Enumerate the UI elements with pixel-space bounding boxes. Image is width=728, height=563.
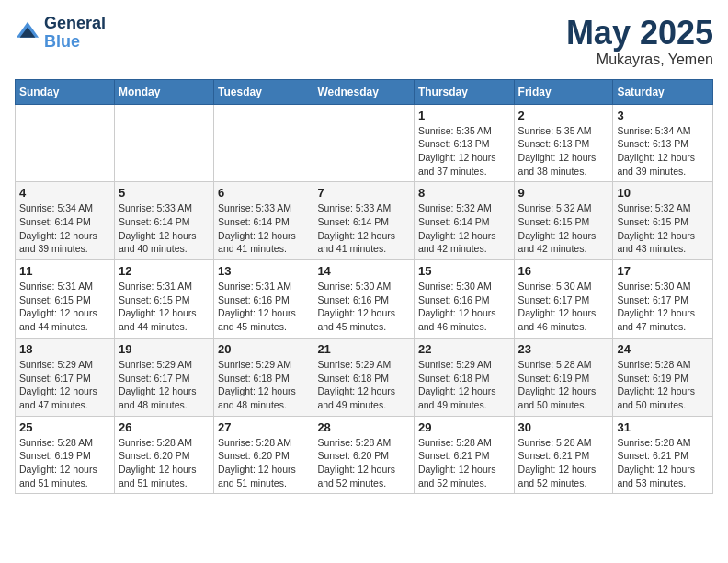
day-number: 4	[19, 186, 110, 200]
calendar-cell: 25Sunrise: 5:28 AM Sunset: 6:19 PM Dayli…	[16, 416, 115, 494]
day-number: 22	[418, 342, 510, 356]
day-info: Sunrise: 5:32 AM Sunset: 6:14 PM Dayligh…	[418, 201, 510, 256]
day-number: 5	[119, 186, 210, 200]
calendar-cell: 19Sunrise: 5:29 AM Sunset: 6:17 PM Dayli…	[114, 338, 213, 416]
calendar-cell: 16Sunrise: 5:30 AM Sunset: 6:17 PM Dayli…	[514, 260, 613, 339]
day-info: Sunrise: 5:28 AM Sunset: 6:20 PM Dayligh…	[218, 436, 309, 490]
day-info: Sunrise: 5:29 AM Sunset: 6:18 PM Dayligh…	[317, 358, 410, 412]
calendar-cell: 28Sunrise: 5:28 AM Sunset: 6:20 PM Dayli…	[313, 416, 415, 494]
day-info: Sunrise: 5:29 AM Sunset: 6:17 PM Dayligh…	[119, 358, 210, 412]
logo-icon	[15, 20, 40, 46]
day-info: Sunrise: 5:30 AM Sunset: 6:17 PM Dayligh…	[617, 280, 709, 334]
weekday-header-sunday: Sunday	[16, 79, 115, 104]
day-info: Sunrise: 5:28 AM Sunset: 6:21 PM Dayligh…	[518, 436, 609, 490]
day-info: Sunrise: 5:29 AM Sunset: 6:17 PM Dayligh…	[19, 358, 110, 412]
calendar-cell: 30Sunrise: 5:28 AM Sunset: 6:21 PM Dayli…	[514, 416, 613, 494]
day-info: Sunrise: 5:31 AM Sunset: 6:15 PM Dayligh…	[19, 280, 110, 334]
weekday-header-thursday: Thursday	[414, 79, 514, 104]
weekday-header-wednesday: Wednesday	[313, 79, 415, 104]
calendar-cell: 24Sunrise: 5:28 AM Sunset: 6:19 PM Dayli…	[613, 338, 713, 416]
day-number: 12	[119, 264, 210, 278]
day-info: Sunrise: 5:34 AM Sunset: 6:13 PM Dayligh…	[617, 124, 709, 178]
calendar-cell: 1Sunrise: 5:35 AM Sunset: 6:13 PM Daylig…	[414, 104, 514, 182]
day-info: Sunrise: 5:31 AM Sunset: 6:15 PM Dayligh…	[119, 280, 210, 334]
day-number: 15	[418, 264, 510, 278]
day-info: Sunrise: 5:31 AM Sunset: 6:16 PM Dayligh…	[218, 280, 309, 334]
calendar-cell: 3Sunrise: 5:34 AM Sunset: 6:13 PM Daylig…	[613, 104, 713, 182]
weekday-header-monday: Monday	[114, 79, 213, 104]
calendar-cell	[214, 104, 313, 182]
title-block: May 2025 Mukayras, Yemen	[566, 15, 713, 68]
day-number: 29	[418, 420, 510, 434]
day-info: Sunrise: 5:29 AM Sunset: 6:18 PM Dayligh…	[218, 358, 309, 412]
calendar-cell: 10Sunrise: 5:32 AM Sunset: 6:15 PM Dayli…	[613, 182, 713, 260]
day-number: 28	[317, 420, 410, 434]
calendar-cell: 13Sunrise: 5:31 AM Sunset: 6:16 PM Dayli…	[214, 260, 313, 339]
logo: General Blue	[15, 15, 106, 52]
calendar-cell: 21Sunrise: 5:29 AM Sunset: 6:18 PM Dayli…	[313, 338, 415, 416]
calendar-cell: 20Sunrise: 5:29 AM Sunset: 6:18 PM Dayli…	[214, 338, 313, 416]
calendar-cell: 6Sunrise: 5:33 AM Sunset: 6:14 PM Daylig…	[214, 182, 313, 260]
calendar-cell: 23Sunrise: 5:28 AM Sunset: 6:19 PM Dayli…	[514, 338, 613, 416]
day-info: Sunrise: 5:28 AM Sunset: 6:21 PM Dayligh…	[617, 436, 709, 490]
day-info: Sunrise: 5:32 AM Sunset: 6:15 PM Dayligh…	[617, 201, 709, 256]
weekday-header-saturday: Saturday	[613, 79, 713, 104]
day-number: 14	[317, 264, 410, 278]
day-info: Sunrise: 5:33 AM Sunset: 6:14 PM Dayligh…	[218, 201, 309, 256]
day-number: 8	[418, 186, 510, 200]
day-number: 27	[218, 420, 309, 434]
day-number: 17	[617, 264, 709, 278]
day-number: 6	[218, 186, 309, 200]
day-number: 7	[317, 186, 410, 200]
day-number: 26	[119, 420, 210, 434]
day-number: 13	[218, 264, 309, 278]
day-info: Sunrise: 5:28 AM Sunset: 6:20 PM Dayligh…	[317, 436, 410, 490]
day-info: Sunrise: 5:29 AM Sunset: 6:18 PM Dayligh…	[418, 358, 510, 412]
calendar-cell: 18Sunrise: 5:29 AM Sunset: 6:17 PM Dayli…	[16, 338, 115, 416]
calendar-cell: 4Sunrise: 5:34 AM Sunset: 6:14 PM Daylig…	[16, 182, 115, 260]
calendar-cell	[313, 104, 415, 182]
day-number: 24	[617, 342, 709, 356]
day-number: 25	[19, 420, 110, 434]
day-number: 2	[518, 109, 609, 122]
page-header: General Blue May 2025 Mukayras, Yemen	[15, 15, 713, 68]
day-number: 21	[317, 342, 410, 356]
calendar-cell: 29Sunrise: 5:28 AM Sunset: 6:21 PM Dayli…	[414, 416, 514, 494]
day-info: Sunrise: 5:35 AM Sunset: 6:13 PM Dayligh…	[518, 124, 609, 178]
day-number: 16	[518, 264, 609, 278]
day-number: 31	[617, 420, 709, 434]
day-number: 3	[617, 109, 709, 122]
day-info: Sunrise: 5:33 AM Sunset: 6:14 PM Dayligh…	[119, 201, 210, 256]
calendar-cell: 11Sunrise: 5:31 AM Sunset: 6:15 PM Dayli…	[16, 260, 115, 339]
sub-title: Mukayras, Yemen	[566, 52, 713, 68]
calendar-cell: 26Sunrise: 5:28 AM Sunset: 6:20 PM Dayli…	[114, 416, 213, 494]
day-number: 19	[119, 342, 210, 356]
calendar-cell: 17Sunrise: 5:30 AM Sunset: 6:17 PM Dayli…	[613, 260, 713, 339]
day-number: 10	[617, 186, 709, 200]
day-info: Sunrise: 5:35 AM Sunset: 6:13 PM Dayligh…	[418, 124, 510, 178]
day-info: Sunrise: 5:28 AM Sunset: 6:21 PM Dayligh…	[418, 436, 510, 490]
calendar-cell: 22Sunrise: 5:29 AM Sunset: 6:18 PM Dayli…	[414, 338, 514, 416]
day-info: Sunrise: 5:32 AM Sunset: 6:15 PM Dayligh…	[518, 201, 609, 256]
main-title: May 2025	[566, 15, 713, 52]
day-info: Sunrise: 5:30 AM Sunset: 6:16 PM Dayligh…	[317, 280, 410, 334]
calendar-cell: 5Sunrise: 5:33 AM Sunset: 6:14 PM Daylig…	[114, 182, 213, 260]
calendar-cell: 9Sunrise: 5:32 AM Sunset: 6:15 PM Daylig…	[514, 182, 613, 260]
calendar-cell: 2Sunrise: 5:35 AM Sunset: 6:13 PM Daylig…	[514, 104, 613, 182]
day-info: Sunrise: 5:33 AM Sunset: 6:14 PM Dayligh…	[317, 201, 410, 256]
day-info: Sunrise: 5:28 AM Sunset: 6:19 PM Dayligh…	[518, 358, 609, 412]
day-info: Sunrise: 5:28 AM Sunset: 6:19 PM Dayligh…	[617, 358, 709, 412]
day-number: 9	[518, 186, 609, 200]
weekday-header-tuesday: Tuesday	[214, 79, 313, 104]
day-number: 23	[518, 342, 609, 356]
logo-text: General Blue	[44, 15, 106, 52]
day-info: Sunrise: 5:30 AM Sunset: 6:16 PM Dayligh…	[418, 280, 510, 334]
day-info: Sunrise: 5:28 AM Sunset: 6:20 PM Dayligh…	[119, 436, 210, 490]
calendar-cell: 15Sunrise: 5:30 AM Sunset: 6:16 PM Dayli…	[414, 260, 514, 339]
day-number: 18	[19, 342, 110, 356]
weekday-header-friday: Friday	[514, 79, 613, 104]
day-info: Sunrise: 5:30 AM Sunset: 6:17 PM Dayligh…	[518, 280, 609, 334]
calendar-cell: 14Sunrise: 5:30 AM Sunset: 6:16 PM Dayli…	[313, 260, 415, 339]
calendar-cell: 12Sunrise: 5:31 AM Sunset: 6:15 PM Dayli…	[114, 260, 213, 339]
day-number: 30	[518, 420, 609, 434]
